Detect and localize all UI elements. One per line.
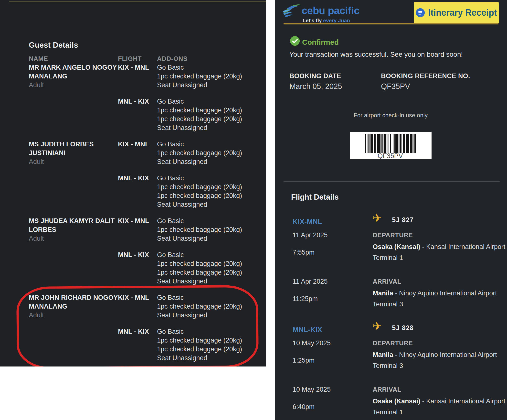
departure-airport: Manila - Ninoy Aquino International Airp…: [373, 350, 497, 359]
addon-line: 1pc checked baggage (20kg): [157, 259, 260, 268]
arrival-terminal: Terminal 1: [373, 408, 403, 417]
arrival-date: 11 Apr 2025: [293, 277, 328, 286]
arrival-city: Manila: [373, 290, 393, 297]
addon-line: Go Basic: [157, 174, 260, 183]
airplane-icon: ✈: [372, 212, 382, 224]
header-gold-divider: [284, 23, 498, 24]
departure-time: 7:55pm: [293, 248, 315, 257]
segment-addons: Go Basic1pc checked baggage (20kg)1pc ch…: [157, 97, 260, 132]
guest-segment-row: MNL - KIXGo Basic1pc checked baggage (20…: [29, 250, 260, 286]
barcode-bar: [414, 134, 416, 153]
barcode-bars: [365, 134, 416, 153]
receipt-icon: [416, 8, 425, 17]
arrival-airport-name: - Ninoy Aquino International Airport: [393, 290, 497, 297]
segment-addons: Go Basic1pc checked baggage (20kg)Seat U…: [157, 216, 260, 243]
guest-name-cell: [29, 250, 118, 286]
segment-flight-code: MNL - KIX: [118, 250, 157, 286]
booking-date-label: BOOKING DATE: [289, 72, 341, 80]
segment-addons: Go Basic1pc checked baggage (20kg)Seat U…: [157, 63, 260, 89]
addon-line: 1pc checked baggage (20kg): [157, 268, 260, 277]
tagline-rest: every Juan: [323, 18, 350, 23]
departure-city: Osaka (Kansai): [373, 243, 420, 250]
guest-details-title: Guest Details: [29, 41, 78, 50]
addon-line: Seat Unassigned: [157, 200, 260, 209]
arrival-airport: Osaka (Kansai) - Kansai International Ai…: [373, 397, 505, 406]
guest-segment-row: MNL - KIXGo Basic1pc checked baggage (20…: [29, 174, 260, 209]
addon-line: Seat Unassigned: [157, 234, 260, 243]
arrival-label: ARRIVAL: [373, 277, 401, 286]
itinerary-receipt-label: Itinerary Receipt: [428, 8, 497, 18]
addon-line: Seat Unassigned: [157, 277, 260, 286]
barcode-bar: [400, 134, 401, 153]
passenger-type: Adult: [29, 81, 118, 89]
itinerary-receipt-badge: Itinerary Receipt: [414, 2, 499, 23]
addon-line: Go Basic: [157, 63, 260, 72]
addon-line: 1pc checked baggage (20kg): [157, 72, 260, 81]
flight-number: 5J 827: [392, 215, 414, 224]
departure-date: 11 Apr 2025: [293, 231, 328, 239]
addon-line: Go Basic: [157, 97, 260, 106]
red-circle-annotation: [16, 285, 259, 366]
guest-segment-row: MNL - KIXGo Basic1pc checked baggage (20…: [29, 97, 260, 132]
departure-terminal: Terminal 3: [373, 361, 403, 370]
cebu-pacific-eagle-logo-icon: [282, 2, 302, 18]
addon-line: 1pc checked baggage (20kg): [157, 225, 260, 234]
addon-line: 1pc checked baggage (20kg): [157, 183, 260, 191]
segment-addons: Go Basic1pc checked baggage (20kg)1pc ch…: [157, 174, 260, 209]
arrival-time: 11:25pm: [293, 294, 318, 303]
flight-number: 5J 828: [392, 323, 414, 332]
departure-time: 1:25pm: [293, 356, 315, 365]
passenger-name: MR MARK ANGELO NOGOY MANALANG: [29, 63, 118, 81]
barcode: QF35PV: [350, 132, 432, 159]
flight-details-title: Flight Details: [291, 193, 339, 202]
section-divider: [284, 181, 500, 182]
brand-name: cebu pacific: [302, 5, 359, 17]
addon-line: Go Basic: [157, 216, 260, 225]
passenger-name: MS JHUDEA KAMYR DALIT LORBES: [29, 216, 118, 234]
arrival-time: 6:40pm: [293, 402, 315, 411]
segment-addons: Go Basic1pc checked baggage (20kg)1pc ch…: [157, 250, 260, 286]
arrival-date: 10 May 2025: [293, 385, 331, 394]
guest-segment-row: MS JHUDEA KAMYR DALIT LORBESAdultKIX - M…: [29, 216, 260, 243]
passenger-type: Adult: [29, 157, 118, 166]
departure-airport: Osaka (Kansai) - Kansai International Ai…: [373, 242, 505, 251]
arrival-airport-name: - Kansai International Airport: [420, 398, 505, 405]
arrival-terminal: Terminal 3: [373, 300, 403, 309]
tagline-lead: Let's fly: [303, 18, 322, 23]
addon-line: Go Basic: [157, 250, 260, 259]
guest-name-cell: [29, 174, 118, 209]
passenger-name: MS JUDITH LORBES JUSTINIANI: [29, 140, 118, 157]
barcode-value: QF35PV: [365, 153, 416, 159]
leg-route: KIX-MNL: [293, 217, 322, 226]
guest-segment-row: MS JUDITH LORBES JUSTINIANIAdultKIX - MN…: [29, 140, 260, 166]
brand-tagline: Let's fly every Juan: [303, 18, 350, 23]
top-accent-line: [9, 1, 266, 2]
segment-flight-code: KIX - MNL: [118, 216, 157, 243]
departure-airport-name: - Ninoy Aquino International Airport: [393, 351, 497, 358]
guest-name-cell: MS JHUDEA KAMYR DALIT LORBESAdult: [29, 216, 118, 243]
addon-line: Seat Unassigned: [157, 123, 260, 132]
guest-name-cell: MS JUDITH LORBES JUSTINIANIAdult: [29, 140, 118, 166]
departure-city: Manila: [373, 351, 393, 358]
guest-name-cell: [29, 97, 118, 132]
guest-table-header: NAME FLIGHT ADD-ONS: [29, 54, 260, 63]
transaction-message: Your transaction was successful. See you…: [289, 51, 463, 58]
arrival-airport: Manila - Ninoy Aquino International Airp…: [373, 289, 497, 298]
booking-reference-value: QF35PV: [381, 82, 410, 91]
departure-label: DEPARTURE: [373, 339, 413, 347]
segment-flight-code: KIX - MNL: [118, 140, 157, 166]
addon-line: Seat Unassigned: [157, 157, 260, 166]
addon-line: Go Basic: [157, 140, 260, 149]
addon-line: 1pc checked baggage (20kg): [157, 149, 260, 157]
addon-line: 1pc checked baggage (20kg): [157, 106, 260, 115]
departure-date: 10 May 2025: [293, 339, 331, 347]
barcode-bar: [384, 134, 386, 153]
leg-route: MNL-KIX: [293, 325, 322, 334]
booking-date-value: March 05, 2025: [289, 82, 342, 91]
passenger-type: Adult: [29, 234, 118, 243]
booking-reference-label: BOOKING REFERENCE NO.: [381, 72, 470, 80]
barcode-bar: [374, 134, 376, 153]
departure-terminal: Terminal 1: [373, 253, 403, 262]
column-header-flight: FLIGHT: [118, 54, 157, 63]
barcode-caption: For airport check-in use only: [345, 112, 436, 119]
